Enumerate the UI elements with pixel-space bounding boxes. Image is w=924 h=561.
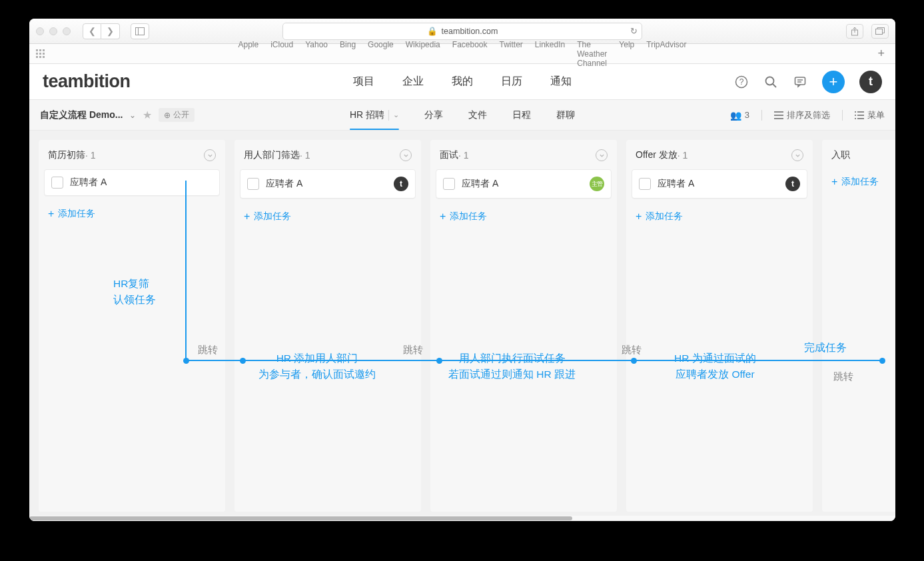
add-task-label: 添加任务 — [646, 211, 683, 223]
forward-button[interactable]: ❯ — [101, 23, 120, 39]
menu-button[interactable]: 菜单 — [855, 109, 885, 121]
plus-icon: + — [831, 176, 837, 188]
column-title: 入职 — [831, 149, 850, 161]
project-tab-label: 日程 — [512, 109, 531, 121]
project-tab[interactable]: 日程 — [512, 100, 531, 130]
column-menu-button[interactable] — [596, 149, 608, 161]
project-subheader: 自定义流程 Demo... ⌄ ★ ⊕ 公开 HR 招聘⌄分享文件日程群聊 👥 … — [29, 100, 895, 131]
kanban-column: 简历初筛 · 1应聘者 A+添加任务 — [39, 140, 225, 512]
kanban-column: 面试 · 1应聘者 A主管+添加任务 — [430, 140, 617, 512]
assignee-avatar[interactable]: t — [785, 177, 800, 191]
add-task-button[interactable]: +添加任务 — [626, 204, 813, 229]
column-header[interactable]: 简历初筛 · 1 — [39, 147, 225, 169]
task-card[interactable]: 应聘者 At — [632, 169, 807, 199]
separator — [388, 110, 389, 121]
star-button[interactable]: ★ — [143, 109, 152, 121]
project-tab[interactable]: 群聊 — [556, 100, 575, 130]
task-checkbox[interactable] — [247, 178, 259, 190]
visibility-label: 公开 — [173, 109, 189, 121]
add-button[interactable]: + — [822, 71, 845, 93]
task-card[interactable]: 应聘者 A — [44, 169, 220, 196]
project-dropdown-icon[interactable]: ⌄ — [129, 111, 136, 120]
assignee-avatar[interactable]: t — [394, 177, 408, 191]
search-button[interactable] — [763, 75, 778, 89]
nav-item[interactable]: 日历 — [501, 75, 522, 89]
column-header[interactable]: 面试 · 1 — [430, 147, 617, 169]
task-card[interactable]: 应聘者 At — [240, 169, 416, 199]
column-menu-button[interactable] — [400, 149, 412, 161]
nav-item[interactable]: 我的 — [452, 75, 473, 89]
project-name[interactable]: 自定义流程 Demo... — [40, 109, 123, 121]
chevron-down-icon[interactable]: ⌄ — [393, 111, 399, 119]
add-task-label: 添加任务 — [58, 208, 95, 220]
add-task-label: 添加任务 — [450, 211, 487, 223]
kanban-column: 用人部门筛选 · 1应聘者 At+添加任务 — [234, 140, 421, 512]
task-title: 应聘者 A — [70, 177, 107, 189]
task-checkbox[interactable] — [51, 177, 63, 189]
close-window-button[interactable] — [36, 27, 44, 35]
menu-label: 菜单 — [867, 109, 885, 121]
members-button[interactable]: 👥 3 — [730, 110, 749, 121]
reload-icon[interactable]: ↻ — [630, 26, 638, 36]
traffic-lights — [36, 27, 71, 35]
column-header[interactable]: 用人部门筛选 · 1 — [234, 147, 421, 169]
scrollbar-thumb[interactable] — [29, 516, 572, 520]
kanban-board: 简历初筛 · 1应聘者 A+添加任务用人部门筛选 · 1应聘者 At+添加任务面… — [29, 131, 895, 521]
horizontal-scrollbar[interactable] — [29, 516, 895, 521]
plus-icon: + — [48, 208, 54, 220]
tabs-button[interactable] — [871, 24, 889, 39]
fullscreen-window-button[interactable] — [63, 27, 71, 35]
project-tab-label: 群聊 — [556, 109, 575, 121]
plus-icon: + — [244, 211, 250, 223]
sidebar-toggle-button[interactable] — [131, 23, 149, 39]
column-menu-button[interactable] — [791, 149, 803, 161]
chat-button[interactable] — [793, 75, 807, 89]
add-task-label: 添加任务 — [254, 211, 291, 223]
help-button[interactable]: ? — [734, 75, 749, 89]
task-title: 应聘者 A — [658, 178, 694, 190]
project-tab-label: HR 招聘 — [350, 109, 384, 121]
favorites-bar: AppleiCloudYahooBingGoogleWikipediaFaceb… — [29, 44, 895, 64]
column-menu-button[interactable] — [204, 149, 216, 161]
svg-text:?: ? — [739, 77, 744, 87]
task-checkbox[interactable] — [639, 178, 651, 190]
address-bar[interactable]: 🔒 teambition.com ↻ — [282, 23, 642, 40]
column-header[interactable]: 入职 — [822, 147, 895, 169]
project-tab[interactable]: HR 招聘⌄ — [350, 100, 399, 130]
user-avatar[interactable]: t — [859, 71, 882, 93]
visibility-pill[interactable]: ⊕ 公开 — [159, 108, 195, 122]
nav-item[interactable]: 通知 — [550, 75, 572, 89]
svg-rect-0 — [136, 27, 145, 35]
project-tab-label: 文件 — [468, 109, 487, 121]
menu-icon — [855, 111, 864, 119]
add-task-button[interactable]: +添加任务 — [39, 201, 225, 227]
globe-icon: ⊕ — [164, 111, 171, 120]
task-checkbox[interactable] — [443, 178, 455, 190]
add-task-button[interactable]: +添加任务 — [234, 204, 421, 229]
sort-filter-button[interactable]: 排序及筛选 — [774, 109, 830, 121]
project-tab[interactable]: 文件 — [468, 100, 487, 130]
add-task-button[interactable]: +添加任务 — [822, 169, 895, 195]
column-count: · 1 — [85, 150, 96, 161]
nav-item[interactable]: 企业 — [402, 75, 424, 89]
back-button[interactable]: ❮ — [83, 23, 101, 39]
column-header[interactable]: Offer 发放 · 1 — [626, 147, 813, 169]
add-task-button[interactable]: +添加任务 — [430, 204, 617, 229]
column-title: 简历初筛 — [48, 149, 85, 161]
new-tab-button[interactable]: + — [873, 47, 889, 61]
role-badge: 主管 — [590, 177, 604, 191]
minimize-window-button[interactable] — [49, 27, 57, 35]
svg-rect-8 — [795, 77, 805, 85]
share-button[interactable] — [846, 24, 863, 39]
member-count: 3 — [745, 110, 749, 120]
column-title: 面试 — [440, 149, 458, 161]
project-tab[interactable]: 分享 — [424, 100, 443, 130]
task-card[interactable]: 应聘者 A主管 — [436, 169, 612, 199]
top-sites-icon[interactable] — [36, 49, 48, 59]
kanban-column: Offer 发放 · 1应聘者 At+添加任务 — [626, 140, 813, 512]
app-header: teambition 项目企业我的日历通知 ? + t — [29, 64, 895, 100]
app-logo[interactable]: teambition — [43, 71, 131, 92]
task-title: 应聘者 A — [266, 178, 302, 190]
nav-item[interactable]: 项目 — [353, 75, 374, 89]
separator — [842, 110, 843, 121]
